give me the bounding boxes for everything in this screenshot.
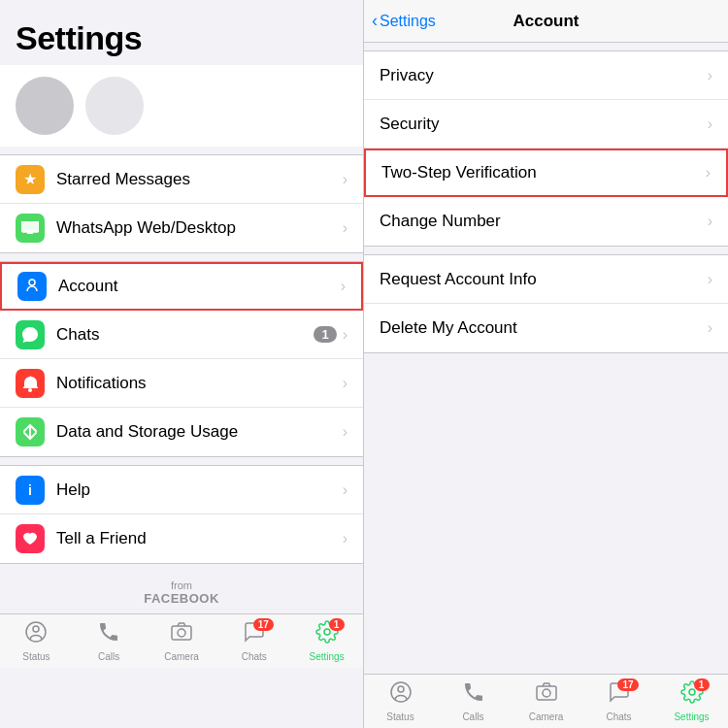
right-group-1-container: Privacy › Security › Two-Step Verificati… bbox=[364, 50, 728, 247]
sidebar-item-notifications[interactable]: Notifications › bbox=[0, 359, 363, 408]
svg-point-9 bbox=[324, 629, 330, 635]
right-tab-calls[interactable]: Calls bbox=[437, 675, 510, 728]
web-label: WhatsApp Web/Desktop bbox=[56, 218, 343, 238]
tab-settings[interactable]: 1 Settings bbox=[290, 614, 363, 668]
chevron-icon: › bbox=[341, 278, 346, 295]
chevron-icon: › bbox=[343, 219, 347, 237]
svg-point-4 bbox=[28, 388, 32, 392]
right-chats-badge: 17 bbox=[617, 678, 638, 691]
tab-camera[interactable]: Camera bbox=[146, 614, 218, 668]
chevron-icon: › bbox=[343, 171, 347, 188]
right-title: Account bbox=[513, 12, 579, 31]
sidebar-item-account[interactable]: Account › bbox=[0, 262, 363, 311]
right-item-delete[interactable]: Delete My Account › bbox=[364, 304, 728, 352]
chevron-icon: › bbox=[343, 423, 347, 441]
right-item-security[interactable]: Security › bbox=[364, 100, 728, 149]
from-label: from bbox=[0, 579, 363, 591]
chats-tab-label: Chats bbox=[242, 651, 267, 662]
right-chats-label: Chats bbox=[606, 711, 631, 722]
right-item-change-number[interactable]: Change Number › bbox=[364, 197, 728, 246]
right-calls-label: Calls bbox=[462, 711, 483, 722]
sidebar-item-help[interactable]: i Help › bbox=[0, 466, 363, 514]
right-settings-badge: 1 bbox=[694, 678, 710, 691]
settings-group-1: ★ Starred Messages › WhatsApp Web/Deskto… bbox=[0, 154, 363, 253]
svg-rect-2 bbox=[25, 230, 35, 232]
svg-point-11 bbox=[398, 686, 404, 692]
right-item-request-info[interactable]: Request Account Info › bbox=[364, 255, 728, 304]
page-title: Settings bbox=[16, 19, 347, 57]
left-header: Settings bbox=[0, 0, 363, 65]
chevron-icon: › bbox=[708, 116, 712, 133]
chevron-icon: › bbox=[708, 319, 712, 337]
notifications-label: Notifications bbox=[56, 374, 343, 393]
svg-point-6 bbox=[33, 626, 39, 632]
tab-calls[interactable]: Calls bbox=[73, 614, 146, 668]
tab-chats[interactable]: 17 Chats bbox=[217, 614, 290, 668]
right-settings-label: Settings bbox=[674, 711, 709, 722]
settings-group-2: Account › Chats 1 › bbox=[0, 261, 363, 457]
data-label: Data and Storage Usage bbox=[56, 422, 343, 442]
chevron-icon: › bbox=[343, 481, 347, 499]
left-tab-bar: Status Calls Camera bbox=[0, 613, 363, 668]
chevron-icon: › bbox=[708, 67, 712, 84]
svg-point-8 bbox=[178, 629, 185, 637]
right-tab-settings[interactable]: 1 Settings bbox=[655, 675, 728, 728]
settings-tab-label: Settings bbox=[310, 651, 345, 662]
camera-icon bbox=[170, 620, 193, 649]
back-button[interactable]: ‹ Settings bbox=[372, 11, 436, 31]
settings-tab-badge: 1 bbox=[329, 618, 345, 631]
starred-label: Starred Messages bbox=[56, 170, 343, 189]
profile-section[interactable] bbox=[0, 65, 363, 147]
back-chevron-icon: ‹ bbox=[372, 11, 378, 31]
chats-icon bbox=[16, 320, 45, 349]
svg-rect-3 bbox=[27, 232, 33, 234]
calls-label: Calls bbox=[98, 651, 119, 662]
right-panel: ‹ Settings Account Privacy › Security › bbox=[364, 0, 728, 728]
web-icon bbox=[16, 214, 45, 243]
right-calls-icon bbox=[462, 680, 485, 710]
starred-icon: ★ bbox=[16, 165, 45, 194]
settings-group-3: i Help › Tell a Friend › bbox=[0, 465, 363, 564]
left-panel: Settings ★ Starred Messages › bbox=[0, 0, 364, 728]
right-tab-camera[interactable]: Camera bbox=[510, 675, 582, 728]
sidebar-item-friend[interactable]: Tell a Friend › bbox=[0, 514, 363, 563]
sidebar-item-starred[interactable]: ★ Starred Messages › bbox=[0, 155, 363, 204]
facebook-footer: from FACEBOOK bbox=[0, 564, 363, 613]
right-tab-chats[interactable]: 17 Chats bbox=[582, 675, 655, 728]
sidebar-item-data[interactable]: Data and Storage Usage › bbox=[0, 408, 363, 456]
sidebar-item-web[interactable]: WhatsApp Web/Desktop › bbox=[0, 204, 363, 252]
chevron-icon: › bbox=[706, 164, 711, 182]
right-tab-status[interactable]: Status bbox=[364, 675, 437, 728]
right-header: ‹ Settings Account bbox=[364, 0, 728, 43]
right-group-2-container: Request Account Info › Delete My Account… bbox=[364, 254, 728, 353]
right-tab-bar: Status Calls Camera bbox=[364, 674, 728, 728]
chats-badge: 1 bbox=[314, 326, 336, 343]
data-icon bbox=[16, 417, 45, 447]
brand-label: FACEBOOK bbox=[0, 591, 363, 606]
help-icon: i bbox=[16, 476, 45, 505]
svg-rect-12 bbox=[537, 686, 556, 700]
tab-status[interactable]: Status bbox=[0, 614, 73, 668]
sidebar-item-chats[interactable]: Chats 1 › bbox=[0, 311, 363, 359]
change-number-label: Change Number bbox=[380, 212, 708, 231]
avatar bbox=[16, 77, 74, 135]
right-item-two-step[interactable]: Two-Step Verification › bbox=[364, 149, 728, 197]
back-label: Settings bbox=[380, 13, 436, 30]
chevron-icon: › bbox=[343, 530, 347, 547]
camera-label: Camera bbox=[164, 651, 199, 662]
request-info-label: Request Account Info bbox=[380, 270, 708, 289]
friend-icon bbox=[16, 524, 45, 553]
right-item-privacy[interactable]: Privacy › bbox=[364, 51, 728, 100]
avatar-text-area bbox=[85, 77, 144, 135]
account-icon bbox=[17, 272, 47, 301]
chats-label: Chats bbox=[56, 325, 314, 345]
right-content: Privacy › Security › Two-Step Verificati… bbox=[364, 43, 728, 674]
friend-label: Tell a Friend bbox=[56, 529, 343, 548]
delete-label: Delete My Account bbox=[380, 318, 708, 338]
calls-icon bbox=[97, 620, 120, 649]
chevron-icon: › bbox=[343, 326, 347, 344]
svg-rect-7 bbox=[172, 626, 191, 640]
right-status-label: Status bbox=[386, 711, 414, 722]
status-label: Status bbox=[22, 651, 50, 662]
account-label: Account bbox=[58, 277, 341, 296]
